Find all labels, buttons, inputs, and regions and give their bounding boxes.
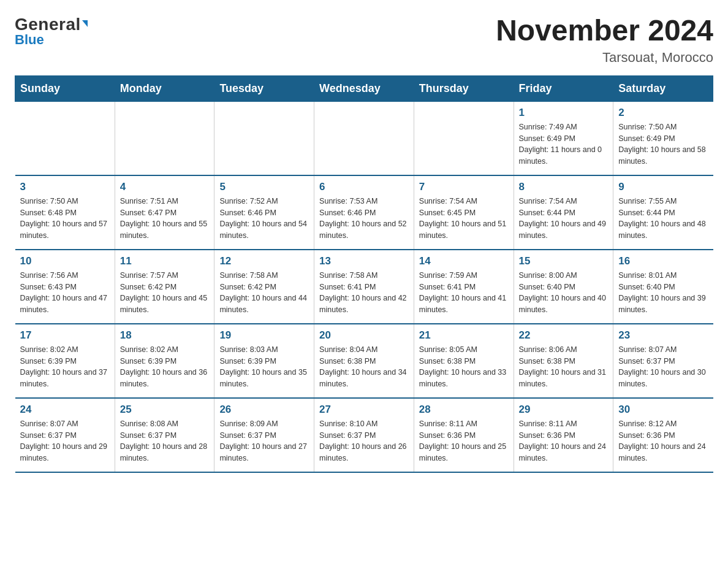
calendar-cell: 13Sunrise: 7:58 AM Sunset: 6:41 PM Dayli… [314,250,414,324]
day-info: Sunrise: 8:07 AM Sunset: 6:37 PM Dayligh… [20,418,110,464]
day-info: Sunrise: 7:56 AM Sunset: 6:43 PM Dayligh… [20,270,110,316]
calendar-cell: 9Sunrise: 7:55 AM Sunset: 6:44 PM Daylig… [613,175,713,250]
day-info: Sunrise: 8:00 AM Sunset: 6:40 PM Dayligh… [519,270,609,316]
day-info: Sunrise: 7:57 AM Sunset: 6:42 PM Dayligh… [120,270,210,316]
calendar-cell: 26Sunrise: 8:09 AM Sunset: 6:37 PM Dayli… [214,398,314,472]
day-info: Sunrise: 7:59 AM Sunset: 6:41 PM Dayligh… [419,270,509,316]
day-info: Sunrise: 7:58 AM Sunset: 6:41 PM Dayligh… [319,270,409,316]
logo: General Blue [15,15,88,48]
day-number: 6 [319,181,409,193]
calendar-cell: 8Sunrise: 7:54 AM Sunset: 6:44 PM Daylig… [514,175,613,250]
day-number: 16 [618,255,708,267]
day-number: 5 [219,181,309,193]
day-number: 8 [519,181,609,193]
day-number: 29 [519,404,609,416]
day-number: 23 [618,329,708,342]
day-info: Sunrise: 7:54 AM Sunset: 6:44 PM Dayligh… [519,196,609,242]
calendar-cell [15,101,115,175]
day-info: Sunrise: 8:02 AM Sunset: 6:39 PM Dayligh… [20,344,110,390]
weekday-header-thursday: Thursday [414,75,514,101]
day-info: Sunrise: 8:01 AM Sunset: 6:40 PM Dayligh… [618,270,708,316]
day-info: Sunrise: 8:05 AM Sunset: 6:38 PM Dayligh… [419,344,509,390]
day-info: Sunrise: 7:50 AM Sunset: 6:48 PM Dayligh… [20,196,110,242]
calendar-week-row: 17Sunrise: 8:02 AM Sunset: 6:39 PM Dayli… [15,324,713,398]
calendar-week-row: 10Sunrise: 7:56 AM Sunset: 6:43 PM Dayli… [15,250,713,324]
day-info: Sunrise: 7:53 AM Sunset: 6:46 PM Dayligh… [319,196,409,242]
day-info: Sunrise: 7:55 AM Sunset: 6:44 PM Dayligh… [618,196,708,242]
day-number: 10 [20,255,110,267]
calendar-cell: 4Sunrise: 7:51 AM Sunset: 6:47 PM Daylig… [115,175,214,250]
calendar-cell: 17Sunrise: 8:02 AM Sunset: 6:39 PM Dayli… [15,324,115,398]
day-number: 7 [419,181,509,193]
weekday-header-sunday: Sunday [15,75,115,101]
day-info: Sunrise: 8:09 AM Sunset: 6:37 PM Dayligh… [219,418,309,464]
calendar-subtitle: Tarsouat, Morocco [496,50,713,66]
day-info: Sunrise: 8:10 AM Sunset: 6:37 PM Dayligh… [319,418,409,464]
weekday-header-tuesday: Tuesday [214,75,314,101]
calendar-cell: 15Sunrise: 8:00 AM Sunset: 6:40 PM Dayli… [514,250,613,324]
calendar-cell: 28Sunrise: 8:11 AM Sunset: 6:36 PM Dayli… [414,398,514,472]
day-info: Sunrise: 8:11 AM Sunset: 6:36 PM Dayligh… [519,418,609,464]
weekday-header-saturday: Saturday [613,75,713,101]
day-number: 1 [519,107,609,119]
calendar-cell: 10Sunrise: 7:56 AM Sunset: 6:43 PM Dayli… [15,250,115,324]
calendar-cell: 3Sunrise: 7:50 AM Sunset: 6:48 PM Daylig… [15,175,115,250]
calendar-cell: 22Sunrise: 8:06 AM Sunset: 6:38 PM Dayli… [514,324,613,398]
day-info: Sunrise: 7:51 AM Sunset: 6:47 PM Dayligh… [120,196,210,242]
calendar-week-row: 1Sunrise: 7:49 AM Sunset: 6:49 PM Daylig… [15,101,713,175]
calendar-cell [414,101,514,175]
calendar-cell: 5Sunrise: 7:52 AM Sunset: 6:46 PM Daylig… [214,175,314,250]
calendar-cell [314,101,414,175]
calendar-title: November 2024 [496,15,713,47]
weekday-header-row: SundayMondayTuesdayWednesdayThursdayFrid… [15,75,713,101]
calendar-cell: 14Sunrise: 7:59 AM Sunset: 6:41 PM Dayli… [414,250,514,324]
day-info: Sunrise: 8:02 AM Sunset: 6:39 PM Dayligh… [120,344,210,390]
calendar-cell: 6Sunrise: 7:53 AM Sunset: 6:46 PM Daylig… [314,175,414,250]
day-info: Sunrise: 8:03 AM Sunset: 6:39 PM Dayligh… [219,344,309,390]
day-number: 19 [219,329,309,342]
calendar-cell: 18Sunrise: 8:02 AM Sunset: 6:39 PM Dayli… [115,324,214,398]
calendar-cell: 27Sunrise: 8:10 AM Sunset: 6:37 PM Dayli… [314,398,414,472]
day-info: Sunrise: 7:50 AM Sunset: 6:49 PM Dayligh… [618,121,708,167]
calendar-cell: 30Sunrise: 8:12 AM Sunset: 6:36 PM Dayli… [613,398,713,472]
day-info: Sunrise: 8:06 AM Sunset: 6:38 PM Dayligh… [519,344,609,390]
title-section: November 2024 Tarsouat, Morocco [496,15,713,66]
calendar-cell: 25Sunrise: 8:08 AM Sunset: 6:37 PM Dayli… [115,398,214,472]
day-number: 17 [20,329,110,342]
calendar-cell: 2Sunrise: 7:50 AM Sunset: 6:49 PM Daylig… [613,101,713,175]
day-number: 13 [319,255,409,267]
calendar-cell: 16Sunrise: 8:01 AM Sunset: 6:40 PM Dayli… [613,250,713,324]
day-number: 9 [618,181,708,193]
day-number: 2 [618,107,708,119]
calendar-table: SundayMondayTuesdayWednesdayThursdayFrid… [15,75,713,473]
weekday-header-monday: Monday [115,75,214,101]
day-number: 25 [120,404,210,416]
day-number: 20 [319,329,409,342]
weekday-header-friday: Friday [514,75,613,101]
day-info: Sunrise: 8:12 AM Sunset: 6:36 PM Dayligh… [618,418,708,464]
day-info: Sunrise: 8:07 AM Sunset: 6:37 PM Dayligh… [618,344,708,390]
day-info: Sunrise: 8:08 AM Sunset: 6:37 PM Dayligh… [120,418,210,464]
day-number: 14 [419,255,509,267]
day-info: Sunrise: 8:11 AM Sunset: 6:36 PM Dayligh… [419,418,509,464]
day-number: 22 [519,329,609,342]
day-info: Sunrise: 7:49 AM Sunset: 6:49 PM Dayligh… [519,121,609,167]
calendar-cell: 19Sunrise: 8:03 AM Sunset: 6:39 PM Dayli… [214,324,314,398]
calendar-week-row: 24Sunrise: 8:07 AM Sunset: 6:37 PM Dayli… [15,398,713,472]
page-header: General Blue November 2024 Tarsouat, Mor… [15,15,713,66]
day-number: 3 [20,181,110,193]
day-number: 11 [120,255,210,267]
day-info: Sunrise: 8:04 AM Sunset: 6:38 PM Dayligh… [319,344,409,390]
calendar-cell: 21Sunrise: 8:05 AM Sunset: 6:38 PM Dayli… [414,324,514,398]
day-number: 18 [120,329,210,342]
day-number: 4 [120,181,210,193]
day-info: Sunrise: 7:54 AM Sunset: 6:45 PM Dayligh… [419,196,509,242]
day-info: Sunrise: 7:58 AM Sunset: 6:42 PM Dayligh… [219,270,309,316]
day-number: 15 [519,255,609,267]
calendar-cell: 23Sunrise: 8:07 AM Sunset: 6:37 PM Dayli… [613,324,713,398]
calendar-cell: 20Sunrise: 8:04 AM Sunset: 6:38 PM Dayli… [314,324,414,398]
day-info: Sunrise: 7:52 AM Sunset: 6:46 PM Dayligh… [219,196,309,242]
day-number: 12 [219,255,309,267]
day-number: 21 [419,329,509,342]
day-number: 24 [20,404,110,416]
